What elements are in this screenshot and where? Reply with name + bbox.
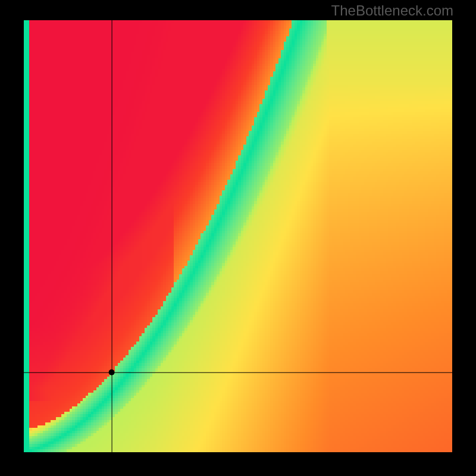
watermark-text: TheBottleneck.com bbox=[331, 2, 453, 19]
chart-frame: TheBottleneck.com bbox=[0, 0, 476, 476]
overlay-canvas bbox=[24, 20, 452, 452]
